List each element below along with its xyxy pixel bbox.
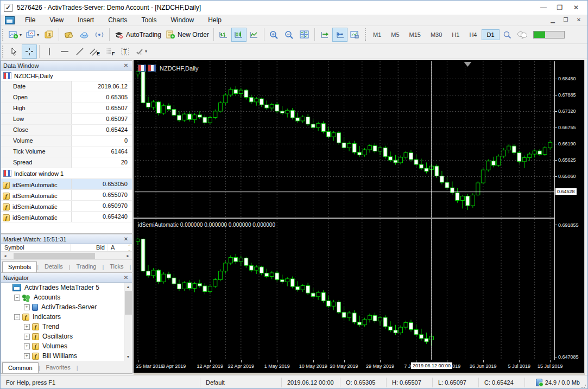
navigator-close-icon[interactable]: ✕: [122, 275, 130, 280]
crosshair-button[interactable]: [22, 44, 37, 59]
expand-icon[interactable]: [24, 343, 30, 349]
vertical-line-button[interactable]: [42, 44, 57, 59]
chart-shift-button[interactable]: [332, 28, 347, 42]
navigator-item-oscillators[interactable]: fOscillators: [1, 331, 132, 341]
market-watch-tab-ticks[interactable]: Ticks: [104, 261, 129, 272]
menu-view[interactable]: View: [42, 15, 71, 25]
toolbar-grip[interactable]: [2, 29, 5, 41]
indicator-value-row[interactable]: fidSemiAutomatic0.655070: [1, 190, 132, 201]
column-ask[interactable]: A ⌃⌄: [108, 244, 132, 251]
resize-grip-icon[interactable]: [581, 383, 586, 388]
bar-chart-type-button[interactable]: [216, 28, 231, 42]
mdi-restore-button[interactable]: ❐: [559, 16, 572, 24]
navigator-item-bill-williams[interactable]: fBill Williams: [1, 351, 132, 361]
column-bid[interactable]: Bid: [71, 244, 108, 251]
window-maximize-button[interactable]: ❐: [552, 2, 568, 13]
zoom-out-button[interactable]: [282, 28, 297, 42]
menu-window[interactable]: Window: [164, 15, 201, 25]
chat-button[interactable]: [515, 28, 530, 42]
menu-charts[interactable]: Charts: [101, 15, 134, 25]
line-chart-type-button[interactable]: [246, 28, 262, 42]
arrows-dropdown-icon[interactable]: ▾: [145, 49, 147, 54]
navigator-item-activtrades-server[interactable]: ActivTrades-Server: [1, 302, 132, 312]
scroll-up-icon[interactable]: ▲: [124, 283, 132, 291]
menu-help[interactable]: Help: [201, 15, 229, 25]
indicator-chart-canvas[interactable]: [135, 219, 554, 360]
column-symbol[interactable]: Symbol: [1, 244, 71, 251]
market-button[interactable]: $: [41, 28, 56, 42]
new-order-label[interactable]: New Order: [178, 31, 209, 39]
expand-icon[interactable]: [24, 334, 30, 340]
auto-scroll-button[interactable]: [317, 28, 332, 42]
text-label-button[interactable]: T: [118, 44, 133, 59]
market-watch-tab-symbols[interactable]: Symbols: [2, 262, 37, 272]
market-watch-hscrollbar[interactable]: ◂ ▸: [1, 252, 132, 260]
signals-button[interactable]: [92, 28, 107, 42]
scroll-left-icon[interactable]: ◂: [1, 253, 9, 258]
cloud-button[interactable]: [77, 28, 92, 42]
hscroll-thumb[interactable]: [14, 253, 95, 259]
toolbar-grip[interactable]: [2, 46, 5, 58]
menu-file[interactable]: File: [18, 15, 42, 25]
market-watch-tab-details[interactable]: Details: [39, 261, 69, 272]
new-chart-button[interactable]: ▾: [7, 28, 24, 42]
menu-insert[interactable]: Insert: [71, 15, 101, 25]
timeframe-m5-button[interactable]: M5: [386, 29, 404, 40]
templates-button[interactable]: [347, 28, 363, 42]
trendline-button[interactable]: [72, 44, 87, 59]
timeframe-m15-button[interactable]: M15: [404, 29, 426, 40]
arrows-button[interactable]: ▾: [133, 44, 149, 59]
navigator-item-indicators[interactable]: fIndicators: [1, 312, 132, 322]
price-axis[interactable]: 0.684500.678850.673200.667550.661900.656…: [554, 60, 584, 360]
chart-window[interactable]: NZDCHF,Daily idSemiAutomatic 0.000000 0.…: [134, 60, 588, 375]
payments-button[interactable]: [61, 28, 77, 42]
mdi-close-button[interactable]: ✕: [572, 16, 585, 24]
navigator-item-accounts[interactable]: Accounts: [1, 292, 132, 302]
navigator-tab-favorites[interactable]: Favorites: [40, 362, 76, 373]
timeframe-h4-button[interactable]: H4: [464, 29, 482, 40]
market-watch-tab-trading[interactable]: Trading: [71, 261, 103, 272]
timeframe-h1-button[interactable]: H1: [447, 29, 464, 40]
indicator-value-row[interactable]: fidSemiAutomatic0.653050: [1, 179, 132, 190]
scroll-down-icon[interactable]: ▼: [124, 353, 132, 361]
mdi-minimize-button[interactable]: ▁: [546, 16, 559, 24]
profiles-button[interactable]: ▾: [24, 28, 41, 42]
new-order-button[interactable]: New Order: [163, 28, 211, 42]
timeframe-m30-button[interactable]: M30: [426, 29, 447, 40]
scroll-right-icon[interactable]: ▸: [124, 253, 132, 258]
timeframe-m1-button[interactable]: M1: [368, 29, 386, 40]
status-profile[interactable]: Default: [200, 378, 282, 387]
navigator-item-trend[interactable]: fTrend: [1, 322, 132, 331]
navigator-vscrollbar[interactable]: ▲ ▼: [124, 283, 132, 361]
indicator-value-row[interactable]: fidSemiAutomatic0.650970: [1, 201, 132, 212]
autotrading-label[interactable]: AutoTrading: [126, 31, 161, 39]
window-close-button[interactable]: ✕: [568, 2, 584, 13]
expand-icon[interactable]: [24, 353, 30, 359]
time-axis[interactable]: 25 Mar 20193 Apr 201912 Apr 201922 Apr 2…: [134, 360, 584, 373]
new-chart-dropdown-icon[interactable]: ▾: [20, 33, 22, 37]
data-window-close-icon[interactable]: ✕: [122, 62, 130, 68]
profiles-dropdown-icon[interactable]: ▾: [37, 33, 39, 37]
market-watch-close-icon[interactable]: ✕: [122, 236, 130, 242]
collapse-icon[interactable]: [14, 314, 20, 320]
window-minimize-button[interactable]: —: [535, 2, 552, 13]
indicator-value-row[interactable]: fidSemiAutomatic0.654240: [1, 212, 132, 222]
zoom-in-button[interactable]: [267, 28, 282, 42]
menu-tools[interactable]: Tools: [135, 15, 164, 25]
main-chart-canvas[interactable]: [135, 61, 554, 218]
navigator-tab-common[interactable]: Common: [2, 362, 39, 373]
timeframe-d1-button[interactable]: D1: [482, 29, 499, 40]
equidistant-channel-button[interactable]: E: [87, 44, 103, 59]
candlestick-chart-type-button[interactable]: [231, 28, 246, 42]
sort-icons[interactable]: ⌃⌄: [128, 244, 131, 252]
collapse-icon[interactable]: [14, 295, 20, 301]
expand-icon[interactable]: [24, 304, 30, 310]
autotrading-button[interactable]: AutoTrading: [112, 28, 163, 42]
navigator-item-activtrades-metatrader-5[interactable]: ActivTrades MetaTrader 5: [1, 283, 132, 292]
cursor-button[interactable]: [7, 44, 22, 59]
search-button[interactable]: [500, 28, 515, 42]
fibonacci-button[interactable]: F: [103, 44, 118, 59]
hscroll-track[interactable]: [9, 252, 124, 259]
expand-icon[interactable]: [24, 324, 30, 330]
navigator-item-volumes[interactable]: fVolumes: [1, 341, 132, 351]
